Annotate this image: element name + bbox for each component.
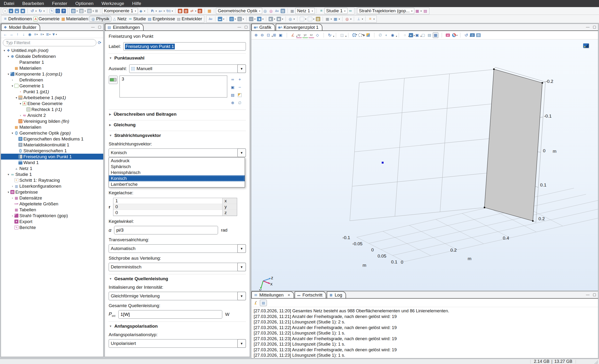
expander-icon[interactable]: ▾ — [14, 96, 18, 99]
collapse-icon[interactable]: ≡ ▾ — [34, 32, 38, 37]
chevron-down-icon[interactable]: ▾ — [49, 33, 51, 36]
insert-form-icon[interactable]: ▾ — [87, 8, 95, 14]
chevron-down-icon[interactable]: ▾ — [294, 18, 295, 20]
chevron-down-icon[interactable]: ▼ — [237, 263, 246, 271]
section-gleichung[interactable]: ▶ Gleichung — [109, 120, 246, 128]
graphics-tool[interactable]: ▾ — [457, 32, 463, 38]
add-component-icon[interactable]: ▾ — [70, 8, 79, 14]
nav-back-icon[interactable]: ← ▾ — [3, 32, 8, 37]
help-icon[interactable]: ▾ — [61, 8, 67, 14]
chevron-down-icon[interactable]: ▾ — [85, 10, 86, 12]
chevron-down-icon[interactable]: ▾ — [254, 18, 255, 20]
maximize-icon[interactable]: ▢ — [98, 25, 101, 29]
chevron-down-icon[interactable]: ▾ — [37, 33, 38, 36]
zoom-selected-icon[interactable]: ▾ — [272, 32, 277, 38]
deactivate-selection-icon[interactable] — [237, 101, 242, 105]
minimize-icon[interactable]: — — [238, 25, 241, 29]
add-form-icon[interactable]: ▾ — [79, 8, 87, 14]
menu-item[interactable]: Hilfe — [132, 1, 141, 6]
graphics-tool[interactable]: ▾ — [439, 32, 445, 38]
physics-attr-icon[interactable]: ▾ — [287, 16, 295, 22]
chevron-down-icon[interactable]: ▾ — [305, 18, 306, 20]
ribbon-ergebnisse[interactable]: Ergebnisse — [147, 16, 176, 22]
zoom-in-icon[interactable]: ▾ — [253, 32, 259, 38]
boundary-icon[interactable]: ▾ — [248, 16, 256, 22]
graphics-tool[interactable]: ▾ — [333, 32, 339, 38]
tree-item[interactable]: Netz 1 — [1, 165, 103, 171]
chevron-down-icon[interactable]: ▾ — [362, 18, 363, 20]
probe-icon[interactable]: ▾ — [344, 16, 352, 22]
plot-canvas[interactable]: -0.2-0.10m0.10.2-0.1-0.0500.050.1m00.20.… — [251, 39, 598, 291]
refresh-icon[interactable]: ⟳ — [98, 40, 101, 45]
menu-item[interactable]: Werkzeuge — [102, 1, 124, 6]
select-pointer-icon[interactable]: ▾ — [363, 34, 365, 37]
insert-sequence-icon[interactable]: ▾ — [183, 8, 189, 14]
chevron-down-icon[interactable]: ▾ — [331, 18, 332, 20]
tree-item[interactable]: Rechteck 1 (r1) — [1, 106, 103, 112]
browse-icon[interactable]: ▾ — [14, 8, 20, 14]
ribbon-tool[interactable]: ▾ — [245, 16, 248, 22]
tree-item[interactable]: ▾ Studie 1 — [1, 171, 103, 177]
power-input[interactable] — [118, 310, 222, 319]
chevron-down-icon[interactable]: ▾ — [195, 10, 196, 12]
chevron-down-icon[interactable]: ▾ — [43, 33, 44, 36]
image-axes-icon[interactable]: ▾ — [427, 32, 432, 38]
ribbon-tool[interactable]: ▾ — [295, 16, 299, 22]
view-xz-icon[interactable]: ▾ — [308, 32, 314, 38]
hide-icon[interactable]: ▾ — [378, 32, 383, 38]
section-ueberschreiben[interactable]: ▶ Überschreiben und Beitragen — [109, 110, 246, 117]
clear-messages-icon[interactable] — [254, 301, 258, 305]
release-point[interactable] — [382, 162, 384, 164]
snapshot-icon[interactable]: ▾ — [470, 33, 475, 37]
expander-icon[interactable]: › — [18, 114, 22, 117]
remove-selection-icon[interactable] — [237, 85, 242, 90]
expander-icon[interactable]: ▾ — [6, 72, 10, 76]
expand-icon[interactable]: ≡ ▾ — [40, 32, 44, 37]
chevron-down-icon[interactable]: ▾ — [344, 10, 345, 12]
show-icon[interactable]: ◉ ▾ — [27, 32, 32, 37]
redo-icon[interactable]: ▾ — [37, 8, 45, 14]
plot-while-solving-icon[interactable] — [583, 43, 589, 48]
maximize-icon[interactable]: ▢ — [245, 25, 248, 29]
toolbar-item[interactable]: ▾ — [98, 8, 102, 14]
polar-combobox[interactable]: Unpolarisiert ▼ — [109, 339, 246, 348]
section-quellenleistung[interactable]: ▼ Gesamte Quellenleistung — [109, 274, 246, 282]
wall-surface[interactable] — [484, 69, 542, 221]
ribbon-tool[interactable]: ▾ — [213, 16, 217, 22]
functions-icon[interactable]: ▾ — [166, 8, 174, 14]
component-icon[interactable]: ▾ — [138, 8, 146, 14]
dependent-variables-icon[interactable]: ▾ — [208, 16, 213, 22]
tree-item[interactable]: Materialien — [1, 124, 103, 130]
tree-item[interactable]: Vereinigung bilden (fin) — [1, 118, 103, 124]
tree-item[interactable]: Berichte — [1, 225, 103, 230]
zoom-to-selection-icon[interactable] — [230, 101, 235, 105]
chevron-down-icon[interactable]: ▾ — [77, 10, 78, 12]
boundary-pair-icon[interactable]: ▾ — [256, 16, 264, 22]
mesh-tool-icon[interactable]: ▾ — [325, 16, 333, 22]
mesh-icon[interactable]: ▾ — [289, 8, 295, 14]
tree-item[interactable]: Freisetzung von Punkt 1 — [1, 154, 103, 160]
section-anfangspolarisation[interactable]: ▼ Anfangspolarisation — [109, 321, 246, 329]
no-labels-icon[interactable]: ▾ — [446, 34, 450, 37]
insert-physics-icon[interactable]: ▾ — [280, 8, 286, 14]
geometry-columns-icon[interactable]: ▾ — [197, 8, 203, 14]
chevron-down-icon[interactable]: ▾ — [156, 10, 157, 12]
chevron-down-icon[interactable]: ▼ — [237, 339, 246, 348]
port-icon[interactable]: ▾ — [356, 16, 364, 22]
menu-item[interactable]: Bearbeiten — [22, 1, 44, 6]
component-combo[interactable]: Komponente 1 ▾ — [102, 8, 138, 14]
sound-icon[interactable]: ▾ — [409, 33, 413, 37]
grid-toggle-icon[interactable]: ▾ — [433, 32, 438, 38]
cone-angle-input[interactable] — [114, 226, 218, 234]
activate-selection-toggle[interactable] — [109, 76, 118, 84]
ribbon-studie[interactable]: Studie — [127, 16, 147, 22]
color-palette-icon[interactable]: ▾ — [452, 33, 456, 37]
perspective-icon[interactable]: ▾ — [315, 32, 320, 38]
add-material-icon[interactable]: ▾ — [206, 8, 212, 14]
chevron-down-icon[interactable]: ▾ — [35, 10, 37, 12]
tab-konvergenzplot[interactable]: Konvergenzplot 1 — [276, 24, 322, 30]
move-down-icon[interactable]: ↓ ▾ — [21, 32, 26, 37]
ribbon-tool[interactable]: ▾ — [264, 16, 268, 22]
ribbon-tool[interactable]: ▾ — [341, 16, 344, 22]
chevron-down-icon[interactable]: ▾ — [135, 10, 136, 12]
